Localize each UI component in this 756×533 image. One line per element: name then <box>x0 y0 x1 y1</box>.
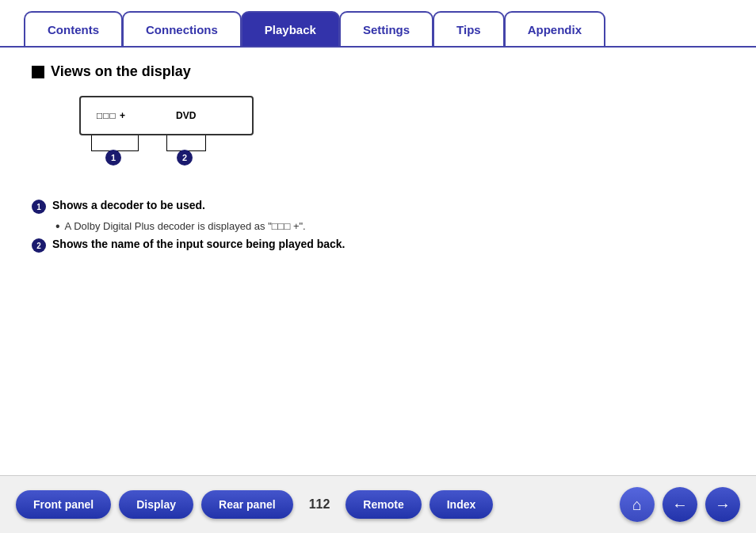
section-title: Views on the display <box>32 63 724 80</box>
display-diagram: □□□ + DVD 1 2 <box>79 96 301 183</box>
bottom-navigation: Front panel Display Rear panel 112 Remot… <box>0 475 756 533</box>
bracket-left <box>91 135 139 151</box>
forward-button[interactable]: → <box>705 487 740 522</box>
rear-panel-button[interactable]: Rear panel <box>201 490 293 519</box>
tab-connections[interactable]: Connections <box>122 11 242 46</box>
title-square-icon <box>32 66 44 78</box>
home-button[interactable]: ⌂ <box>620 487 655 522</box>
bracket-right <box>166 135 206 151</box>
desc-title-1: Shows a decoder to be used. <box>52 199 205 211</box>
main-content: Views on the display □□□ + DVD 1 2 1 Sho… <box>0 48 756 275</box>
display-button[interactable]: Display <box>119 490 193 519</box>
tab-tips[interactable]: Tips <box>433 11 505 46</box>
bullet-text-1: A Dolby Digital Plus decoder is displaye… <box>65 220 306 232</box>
display-left-text: □□□ + <box>97 110 126 121</box>
tab-contents[interactable]: Contents <box>24 11 123 46</box>
annotation-area: 1 2 <box>79 135 254 183</box>
desc-badge-2: 2 <box>32 238 46 253</box>
display-screen: □□□ + DVD <box>79 96 254 135</box>
desc-item-1: 1 Shows a decoder to be used. <box>32 199 724 214</box>
display-right-text: DVD <box>176 110 196 121</box>
description-list: 1 Shows a decoder to be used. • A Dolby … <box>32 199 724 253</box>
index-button[interactable]: Index <box>430 490 494 519</box>
page-number: 112 <box>301 497 338 512</box>
tab-navigation: Contents Connections Playback Settings T… <box>0 0 756 48</box>
tab-settings[interactable]: Settings <box>339 11 433 46</box>
desc-title-2: Shows the name of the input source being… <box>52 238 346 250</box>
tab-appendix[interactable]: Appendix <box>504 11 605 46</box>
front-panel-button[interactable]: Front panel <box>16 490 111 519</box>
annotation-badge-2: 2 <box>177 150 193 166</box>
annotation-badge-1: 1 <box>105 150 121 166</box>
bullet-dot-1: • <box>55 220 60 233</box>
back-button[interactable]: ← <box>662 487 697 522</box>
desc-badge-1: 1 <box>32 200 46 214</box>
desc-item-2: 2 Shows the name of the input source bei… <box>32 238 724 253</box>
bullet-item-1: • A Dolby Digital Plus decoder is displa… <box>55 220 724 233</box>
tab-playback[interactable]: Playback <box>241 11 340 46</box>
remote-button[interactable]: Remote <box>346 490 421 519</box>
